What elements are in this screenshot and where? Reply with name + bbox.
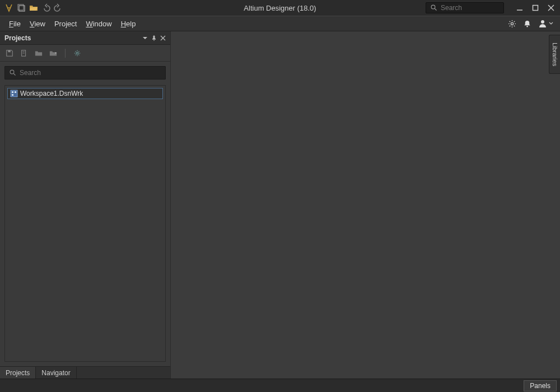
- project-tree[interactable]: Workspace1.DsnWrk: [4, 85, 166, 362]
- search-icon: [431, 4, 437, 11]
- svg-rect-22: [12, 91, 13, 93]
- workspace-file-icon: [10, 90, 18, 97]
- tab-projects[interactable]: Projects: [0, 367, 36, 379]
- svg-line-3: [435, 9, 437, 11]
- gear-icon[interactable]: [508, 20, 516, 28]
- maximize-icon[interactable]: [532, 4, 539, 11]
- panel-options-icon[interactable]: [73, 49, 81, 57]
- panel-body: Workspace1.DsnWrk: [0, 62, 170, 366]
- bell-icon[interactable]: [523, 20, 531, 28]
- svg-point-19: [10, 70, 14, 74]
- folder-open-icon[interactable]: [29, 3, 38, 12]
- panel-header: Projects: [0, 31, 170, 45]
- panel-search-input[interactable]: [20, 69, 161, 77]
- svg-point-10: [541, 20, 544, 24]
- svg-rect-24: [12, 94, 13, 96]
- menu-project[interactable]: Project: [54, 20, 77, 28]
- global-search[interactable]: [426, 2, 504, 13]
- workspace-item[interactable]: Workspace1.DsnWrk: [7, 88, 163, 99]
- svg-line-20: [14, 74, 16, 76]
- save-all-icon[interactable]: [17, 3, 26, 12]
- svg-rect-21: [11, 90, 17, 97]
- svg-text:+: +: [55, 50, 57, 54]
- editor-canvas: Libraries: [171, 31, 560, 379]
- menu-window[interactable]: Window: [86, 20, 111, 28]
- panel-tabs: Projects Navigator: [0, 366, 170, 379]
- minimize-icon[interactable]: [516, 4, 523, 11]
- menu-help[interactable]: Help: [121, 20, 136, 28]
- svg-point-9: [526, 25, 528, 26]
- svg-rect-23: [15, 91, 16, 93]
- window-controls: [516, 4, 554, 11]
- menu-file[interactable]: File: [9, 20, 21, 28]
- svg-point-8: [511, 22, 513, 25]
- menubar: File View Project Window Help: [0, 16, 560, 31]
- titlebar-right: [426, 2, 560, 13]
- libraries-tab[interactable]: Libraries: [549, 35, 560, 74]
- svg-point-18: [76, 52, 78, 54]
- panel-header-controls: [142, 35, 166, 41]
- menu-view[interactable]: View: [30, 20, 45, 28]
- redo-icon[interactable]: [54, 3, 63, 12]
- app-logo-icon[interactable]: [4, 3, 13, 12]
- folder-icon[interactable]: [35, 49, 43, 57]
- toolbar-separator: [65, 49, 66, 58]
- chevron-down-icon: [549, 21, 553, 26]
- user-icon: [538, 19, 547, 28]
- global-search-input[interactable]: [441, 4, 499, 12]
- titlebar: Altium Designer (18.0): [0, 0, 560, 16]
- user-menu[interactable]: [538, 19, 553, 28]
- projects-panel: Projects: [0, 31, 171, 379]
- panel-search[interactable]: [4, 66, 166, 80]
- close-icon[interactable]: [548, 4, 554, 11]
- panel-title: Projects: [4, 34, 31, 42]
- menubar-right: [508, 19, 556, 28]
- app-title: Altium Designer (18.0): [244, 4, 316, 12]
- pin-icon[interactable]: [151, 35, 157, 41]
- titlebar-left-toolbar: [0, 3, 63, 12]
- panel-close-icon[interactable]: [160, 35, 166, 41]
- tab-navigator[interactable]: Navigator: [36, 367, 76, 379]
- panel-toolbar: +: [0, 45, 170, 62]
- statusbar: Panels: [0, 379, 560, 392]
- svg-rect-5: [533, 6, 538, 11]
- svg-point-2: [431, 5, 435, 9]
- workspace-label: Workspace1.DsnWrk: [20, 90, 83, 97]
- save-icon[interactable]: [6, 49, 13, 57]
- compile-icon[interactable]: [20, 49, 28, 57]
- search-icon: [10, 69, 16, 76]
- menubar-items: File View Project Window Help: [4, 20, 136, 28]
- undo-icon[interactable]: [41, 3, 50, 12]
- main-area: Projects: [0, 31, 560, 379]
- svg-rect-13: [8, 50, 10, 52]
- panels-button[interactable]: Panels: [524, 380, 557, 391]
- panel-menu-icon[interactable]: [142, 35, 148, 41]
- folder-add-icon[interactable]: +: [49, 49, 57, 57]
